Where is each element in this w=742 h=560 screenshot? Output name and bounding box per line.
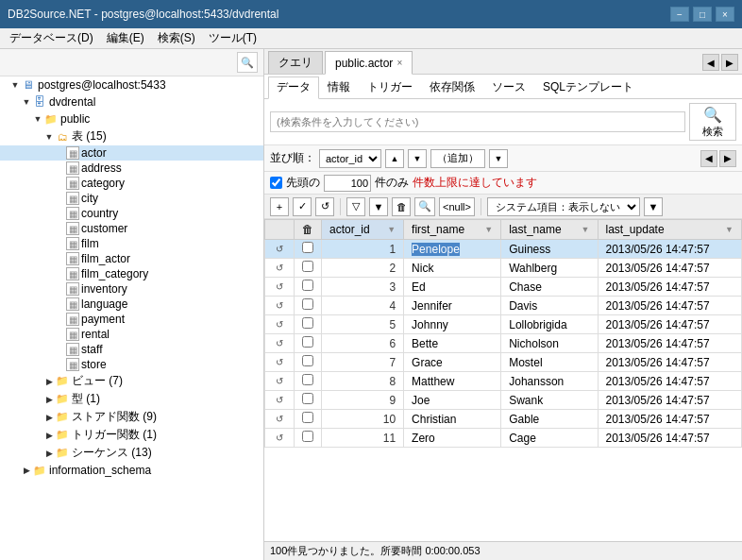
cell-last-name[interactable]: Johansson [501, 372, 598, 391]
cell-actor-id[interactable]: 2 [322, 259, 404, 278]
tab-actor[interactable]: public.actor × [325, 51, 413, 75]
cell-last-name[interactable]: Swank [501, 391, 598, 410]
row-checkbox[interactable] [302, 280, 313, 291]
row-revert-btn[interactable]: ↺ [273, 262, 286, 275]
search-input[interactable] [270, 111, 685, 132]
cell-last-update[interactable]: 2013/05/26 14:47:57 [598, 410, 741, 429]
tables-node[interactable]: ▼ 🗂 表 (15) [0, 127, 263, 145]
cell-first-name[interactable]: Joe [404, 391, 501, 410]
table-row[interactable]: ↺1PenelopeGuiness2013/05/26 14:47:57 [265, 240, 742, 259]
sort-nav-left[interactable]: ◀ [700, 150, 717, 167]
cell-actor-id[interactable]: 5 [322, 315, 404, 334]
col-header-last-name[interactable]: last_name ▼ [501, 220, 598, 240]
sort-desc-btn[interactable]: ▼ [408, 149, 427, 168]
system-items-select[interactable]: システム項目：表示しない [487, 197, 640, 216]
cell-first-name[interactable]: Jennifer [404, 297, 501, 315]
row-checkbox[interactable] [302, 412, 313, 423]
table-row[interactable]: ↺9JoeSwank2013/05/26 14:47:57 [265, 391, 742, 410]
minimize-button[interactable]: − [670, 7, 689, 22]
row-checkbox[interactable] [302, 393, 313, 404]
cell-actor-id[interactable]: 11 [322, 429, 404, 448]
tab-query[interactable]: クエリ [268, 51, 323, 74]
table-row[interactable]: ↺7GraceMostel2013/05/26 14:47:57 [265, 353, 742, 372]
cell-first-name[interactable]: Christian [404, 410, 501, 429]
cell-last-update[interactable]: 2013/05/26 14:47:57 [598, 240, 741, 259]
limit-checkbox[interactable] [270, 177, 282, 189]
cell-actor-id[interactable]: 8 [322, 372, 404, 391]
sub-tab-source[interactable]: ソース [483, 76, 534, 98]
table-row[interactable]: ↺6BetteNicholson2013/05/26 14:47:57 [265, 334, 742, 353]
revert-button[interactable]: ↺ [315, 197, 334, 216]
row-checkbox[interactable] [302, 298, 313, 310]
procedures-node[interactable]: ▶ 📁 ストアド関数 (9) [0, 408, 263, 426]
row-checkbox[interactable] [302, 242, 313, 253]
tab-nav-left[interactable]: ◀ [702, 54, 719, 71]
cell-last-name[interactable]: Guiness [501, 240, 598, 259]
table-item-language[interactable]: ▦ language [0, 297, 263, 312]
table-item-payment[interactable]: ▦ payment [0, 312, 263, 327]
menu-tools[interactable]: ツール(T) [203, 28, 262, 48]
sort-field-select[interactable]: actor_id [319, 149, 381, 168]
sort-nav-right[interactable]: ▶ [719, 150, 736, 167]
server-node[interactable]: ▼ 🖥 postgres@localhost:5433 [0, 76, 263, 93]
system-dropdown-btn[interactable]: ▼ [644, 197, 663, 216]
cell-last-name[interactable]: Lollobrigida [501, 315, 598, 334]
cell-first-name[interactable]: Matthew [404, 372, 501, 391]
table-item-city[interactable]: ▦ city [0, 191, 263, 206]
row-checkbox[interactable] [302, 355, 313, 366]
null-button[interactable]: <null> [439, 197, 475, 216]
cell-actor-id[interactable]: 1 [322, 240, 404, 259]
table-row[interactable]: ↺2NickWahlberg2013/05/26 14:47:57 [265, 259, 742, 278]
row-revert-btn[interactable]: ↺ [273, 280, 286, 294]
cell-last-update[interactable]: 2013/05/26 14:47:57 [598, 391, 741, 410]
table-row[interactable]: ↺8MatthewJohansson2013/05/26 14:47:57 [265, 372, 742, 391]
col-header-first-name[interactable]: first_name ▼ [404, 220, 501, 240]
table-item-address[interactable]: ▦ address [0, 161, 263, 176]
cell-last-name[interactable]: Mostel [501, 353, 598, 372]
cell-first-name[interactable]: Penelope [404, 240, 501, 259]
cell-last-name[interactable]: Cage [501, 429, 598, 448]
cell-actor-id[interactable]: 3 [322, 278, 404, 297]
row-revert-btn[interactable]: ↺ [273, 394, 286, 407]
cell-last-name[interactable]: Wahlberg [501, 259, 598, 278]
cell-last-name[interactable]: Nicholson [501, 334, 598, 353]
db-node[interactable]: ▼ 🗄 dvdrental [0, 93, 263, 110]
cell-last-update[interactable]: 2013/05/26 14:47:57 [598, 372, 741, 391]
add-row-button[interactable]: + [270, 197, 289, 216]
sub-tab-data[interactable]: データ [268, 76, 319, 99]
info-schema-node[interactable]: ▶ 📁 information_schema [0, 462, 263, 479]
cell-actor-id[interactable]: 10 [322, 410, 404, 429]
table-item-staff[interactable]: ▦ staff [0, 342, 263, 357]
table-row[interactable]: ↺3EdChase2013/05/26 14:47:57 [265, 278, 742, 297]
menu-database[interactable]: データベース(D) [4, 28, 99, 48]
table-item-country[interactable]: ▦ country [0, 206, 263, 221]
cell-last-name[interactable]: Gable [501, 410, 598, 429]
row-revert-btn[interactable]: ↺ [273, 432, 286, 445]
table-item-film[interactable]: ▦ film [0, 236, 263, 251]
row-checkbox[interactable] [302, 374, 313, 385]
delete-button[interactable]: 🗑 [392, 197, 411, 216]
cell-last-update[interactable]: 2013/05/26 14:47:57 [598, 278, 741, 297]
search-button[interactable]: 🔍 [414, 197, 435, 216]
menu-search[interactable]: 検索(S) [152, 28, 201, 48]
schema-node[interactable]: ▼ 📁 public [0, 110, 263, 127]
limit-input[interactable] [324, 175, 371, 192]
table-item-customer[interactable]: ▦ customer [0, 221, 263, 236]
table-item-category[interactable]: ▦ category [0, 176, 263, 191]
sub-tab-deps[interactable]: 依存関係 [421, 76, 483, 98]
table-row[interactable]: ↺10ChristianGable2013/05/26 14:47:57 [265, 410, 742, 429]
cell-last-update[interactable]: 2013/05/26 14:47:57 [598, 353, 741, 372]
row-checkbox[interactable] [302, 261, 313, 272]
cell-last-name[interactable]: Chase [501, 278, 598, 297]
tab-close-icon[interactable]: × [396, 58, 402, 68]
sort-add-button[interactable]: （追加） [430, 149, 485, 168]
sequences-node[interactable]: ▶ 📁 シーケンス (13) [0, 444, 263, 462]
table-item-store[interactable]: ▦ store [0, 357, 263, 372]
cell-last-update[interactable]: 2013/05/26 14:47:57 [598, 315, 741, 334]
views-node[interactable]: ▶ 📁 ビュー (7) [0, 372, 263, 390]
row-revert-btn[interactable]: ↺ [273, 243, 286, 256]
cell-last-update[interactable]: 2013/05/26 14:47:57 [598, 334, 741, 353]
row-checkbox[interactable] [302, 317, 313, 329]
col-header-last-update[interactable]: last_update ▼ [598, 220, 741, 240]
filter-button[interactable]: ▽ [346, 197, 365, 216]
